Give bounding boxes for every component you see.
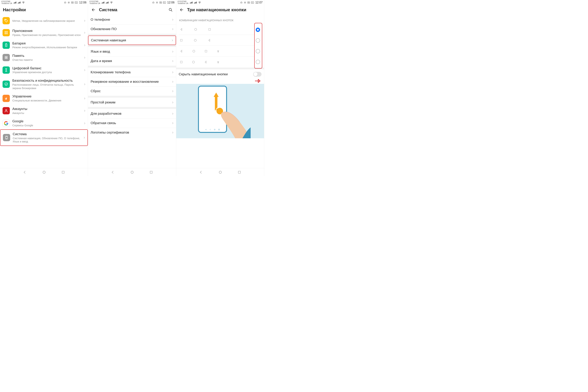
svg-rect-6 [6,33,8,34]
row-title: Аккаунты [12,107,82,111]
signal-1-icon [190,2,192,4]
back-button[interactable] [179,7,184,12]
clock: 12:06 [79,1,86,4]
svg-point-12 [6,138,7,139]
nav-recent-icon[interactable] [150,170,153,174]
system-row[interactable]: О телефоне› [88,15,176,24]
settings-row[interactable]: Безопасность и конфиденциальность Распоз… [0,76,88,92]
nav-combo-row[interactable] [179,56,254,68]
chevron-right-icon: › [172,49,173,54]
chevron-right-icon: › [172,79,173,84]
nav-combo-row[interactable] [179,46,254,56]
svg-rect-29 [180,61,182,63]
chevron-right-icon: › [84,108,85,113]
account-icon [2,107,10,114]
nav-home-icon[interactable] [218,170,222,174]
system-row[interactable]: Резервное копирование и восстановление› [88,77,176,86]
system-row[interactable]: Простой режим› [88,98,176,107]
nav-home-icon[interactable] [42,170,46,174]
eye-care-icon [68,1,70,4]
nav-back-icon[interactable] [199,170,203,174]
nfc-icon [159,1,162,4]
search-button[interactable] [168,7,173,12]
section-header: КОМБИНАЦИИ НАВИГАЦИОННЫХ КНОПОК [176,15,264,24]
titlebar: Три навигационные кнопки [176,5,264,15]
svg-point-2 [5,20,6,20]
radio-highlight-annotation [254,23,262,68]
headphones-icon [152,1,154,4]
nav-notif-icon [216,60,220,64]
screen-system: KYIVSTAR Vodafone UA 51 12:06 Система О … [88,0,176,176]
carrier-2: Vodafone UA [178,2,188,4]
chevron-right-icon: › [172,70,173,74]
titlebar: Система [88,5,176,15]
settings-row[interactable]: Метки, Уведомления на заблокированном эк… [0,15,88,26]
settings-row[interactable]: Система Системная навигация, Обновление … [0,130,88,146]
system-row[interactable]: Обратная связь› [88,118,176,128]
nav-combo-row[interactable] [179,35,254,46]
settings-row[interactable]: Аккаунты Аккаунты › [0,104,88,117]
system-row[interactable]: Для разработчиков› [88,109,176,118]
system-row[interactable]: Клонирование телефона› [88,68,176,77]
wifi-icon [198,2,201,4]
chevron-right-icon: › [172,130,173,135]
row-subtitle: Режим энергосбережения, Использование ба… [12,46,82,49]
system-row[interactable]: Обновление ПО› [88,24,176,34]
row-subtitle: Распознавание лица, Отпечаток пальца, Па… [12,83,82,90]
chevron-right-icon: › [84,96,85,101]
row-title: О телефоне [90,18,170,22]
shield-icon [2,80,10,88]
nav-recent-icon[interactable] [62,170,65,174]
hide-nav-label: Скрыть навигационные кнопки [179,72,253,76]
nav-back-icon[interactable] [23,170,27,174]
nav-back-icon[interactable] [111,170,115,174]
combo-radio[interactable] [256,28,260,32]
settings-row[interactable]: Управление Специальные возможности, Движ… [0,92,88,104]
settings-row[interactable]: Приложения Права, Приложения по умолчани… [0,26,88,39]
hourglass-icon [2,66,10,74]
settings-row[interactable]: Цифровой баланс Управление временем дост… [0,64,88,76]
signal-2-icon [18,2,20,4]
nfc-icon [71,1,74,4]
system-row[interactable]: Сброс› [88,86,176,96]
system-row[interactable]: Системная навигация› [88,36,176,45]
chevron-right-icon: › [84,43,85,48]
carrier-2: Vodafone UA [2,2,12,4]
svg-point-30 [192,61,194,63]
wifi-icon [22,2,25,4]
settings-row[interactable]: Google Сервисы Google › [0,117,88,130]
google-icon [2,120,10,127]
nav-home-icon [192,50,196,53]
system-nav-bar [0,168,88,176]
settings-row[interactable]: Батарея Режим энергосбережения, Использо… [0,39,88,52]
hide-nav-row[interactable]: Скрыть навигационные кнопки [176,69,264,79]
apps-icon [2,29,10,36]
back-button[interactable] [91,7,96,12]
row-title: Батарея [12,41,82,46]
combo-radio[interactable] [256,49,260,53]
tag-icon [2,17,10,24]
nav-recent-icon[interactable] [238,170,241,174]
row-title: Системная навигация [91,38,170,42]
system-row[interactable]: Язык и ввод› [88,47,176,56]
combo-radio[interactable] [256,38,260,43]
nav-recent-icon [204,50,208,53]
page-title: Система [99,7,117,12]
row-title: Простой режим [90,100,170,104]
settings-row[interactable]: Память Очистка памяти › [0,51,88,64]
combo-radio[interactable] [256,60,260,64]
row-title: Система [13,132,82,136]
chevron-right-icon: › [84,82,85,86]
nav-combo-row[interactable] [179,24,254,35]
hide-nav-toggle[interactable] [253,72,262,76]
svg-rect-36 [238,171,240,173]
row-subtitle: Специальные возможности, Движения [12,99,82,102]
nav-home-icon[interactable] [130,170,134,174]
svg-point-19 [131,171,134,173]
arrow-annotation-icon [254,79,262,83]
row-title: Дата и время [90,59,170,63]
system-row[interactable]: Логотипы сертификатов› [88,128,176,137]
svg-rect-8 [6,44,6,44]
system-row[interactable]: Дата и время› [88,56,176,66]
finger-icon [214,106,251,138]
